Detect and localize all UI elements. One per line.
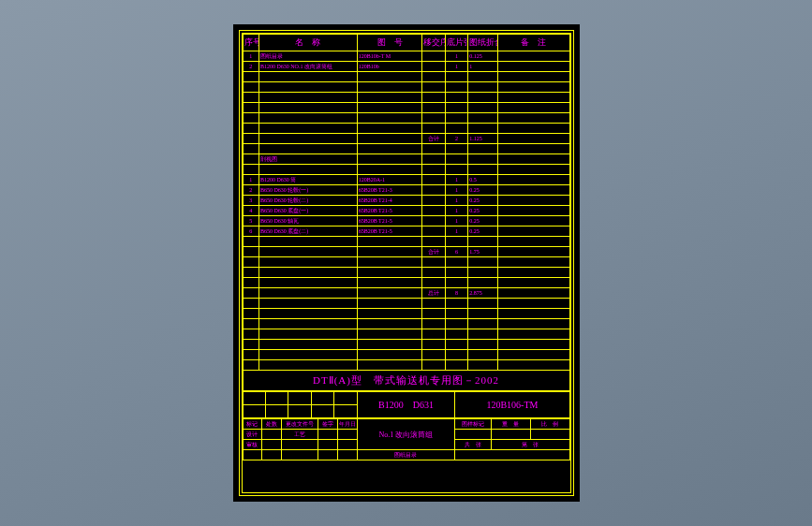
subtotal-row: 合计61.75 (243, 247, 569, 257)
table-row (243, 299, 569, 309)
table-row: 1图纸目录120B10b-T M10.125 (243, 51, 569, 62)
table-row (243, 278, 569, 288)
table-row: 2B650 D630 轮毂(一)65B20B T21-310.25 (243, 185, 569, 196)
outer-border: 序号 名 称 图 号 移交序号 底片张数 图纸折合A1 备 注 1图纸目录120… (239, 30, 574, 496)
table-row (243, 329, 569, 340)
table-row (243, 319, 569, 329)
hdr-seq: 序号 (243, 35, 258, 51)
drawing-title: DTⅡ(A)型 带式输送机专用图－2002 (243, 371, 569, 391)
table-row (243, 72, 569, 82)
table-row (243, 237, 569, 247)
subtitle: No.1 改向滚筒组 (357, 419, 455, 450)
table-row: 1B1200 D630 筒120B20A-110.5 (243, 175, 569, 185)
table-row (243, 82, 569, 93)
code1: B1200 D631 (357, 392, 455, 418)
table-row (243, 113, 569, 124)
table-row (243, 257, 569, 268)
hdr-code: 图 号 (357, 35, 422, 51)
code2: 120B106-TM (455, 392, 569, 418)
table-row: 5B650 D630 轴瓦65B20B T21-510.25 (243, 216, 569, 226)
drawing-sheet: 序号 名 称 图 号 移交序号 底片张数 图纸折合A1 备 注 1图纸目录120… (233, 24, 580, 502)
table-row (243, 268, 569, 278)
table-row (243, 165, 569, 175)
table-row: 剖视图 (243, 154, 569, 165)
hdr-c6: 图纸折合A1 (468, 35, 497, 51)
table-row (243, 103, 569, 113)
table-row: 6B650 D630 底盘(二)65B20B T21-510.25 (243, 226, 569, 237)
hdr-c5: 底片张数 (445, 35, 467, 51)
inner-border: 序号 名 称 图 号 移交序号 底片张数 图纸折合A1 备 注 1图纸目录120… (242, 33, 571, 493)
table-row (243, 309, 569, 319)
title-row: DTⅡ(A)型 带式输送机专用图－2002 (243, 371, 569, 391)
hdr-name: 名 称 (258, 35, 357, 51)
table-row: 2B1200 D630 NO.1 改向滚筒组120B10b11 (243, 62, 569, 72)
table-row (243, 93, 569, 103)
hdr-c4: 移交序号 (422, 35, 445, 51)
footer-label: 图纸目录 (357, 450, 455, 460)
table-row (243, 360, 569, 371)
table-row (243, 144, 569, 154)
title-block-upper: B1200 D631 120B106-TM (243, 391, 570, 418)
table-row (243, 350, 569, 360)
hdr-remark: 备 注 (497, 35, 569, 51)
subtotal-row: 合计21.125 (243, 134, 569, 144)
table-row: 4B650 D630 底盘(一)65B20B T21-510.25 (243, 206, 569, 216)
parts-table: 序号 名 称 图 号 移交序号 底片张数 图纸折合A1 备 注 1图纸目录120… (243, 34, 570, 391)
table-row: 3B650 D630 轮毂(二)65B20B T21-410.25 (243, 196, 569, 206)
total-row: 总计82.875 (243, 288, 569, 299)
title-block-lower: 标记处数更改文件号签字年月日 No.1 改向滚筒组 图样标记重 量比 例 设计工… (243, 418, 570, 460)
table-row (243, 124, 569, 134)
table-row (243, 340, 569, 350)
table-header: 序号 名 称 图 号 移交序号 底片张数 图纸折合A1 备 注 (243, 35, 569, 51)
